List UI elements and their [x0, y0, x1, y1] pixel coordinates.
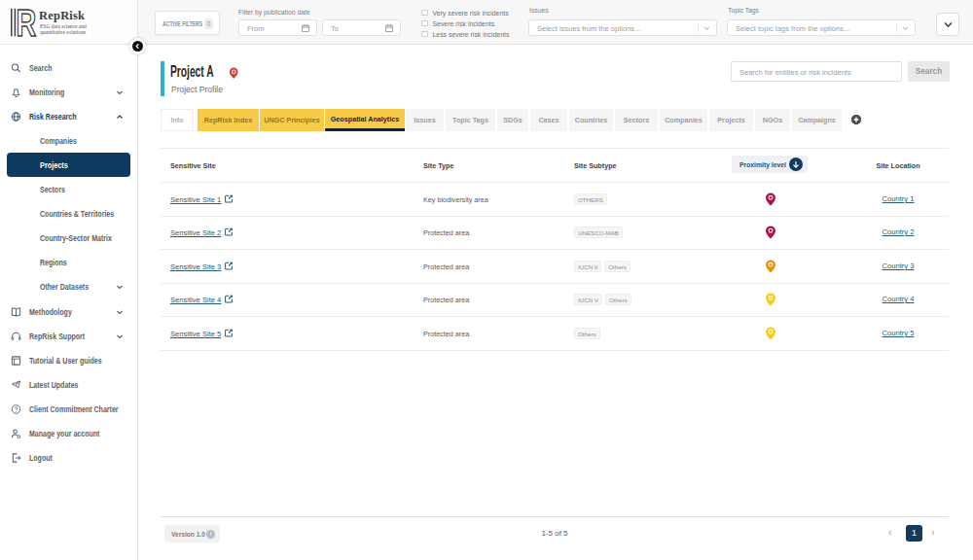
svg-text:R: R — [17, 2, 37, 44]
